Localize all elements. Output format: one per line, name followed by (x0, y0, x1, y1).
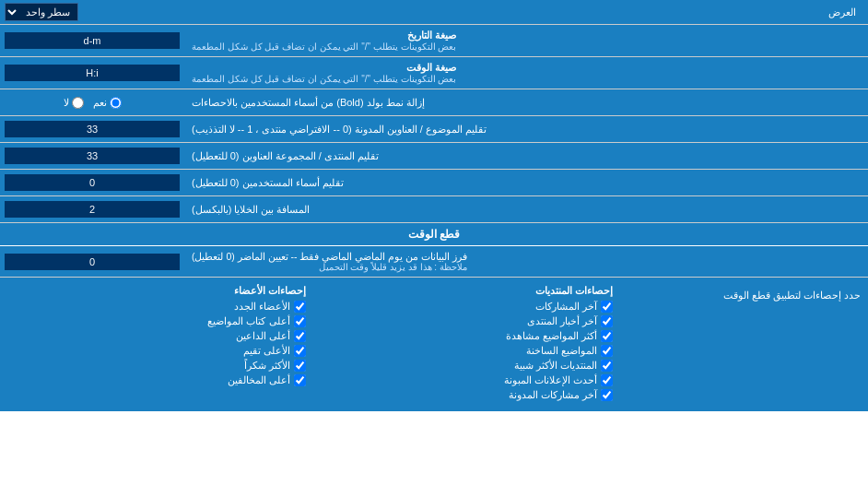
bold-yes-label[interactable]: نعم (93, 97, 122, 109)
date-format-input[interactable] (5, 32, 180, 49)
cell-space-row: المسافة بين الخلايا (بالبكسل) (0, 196, 868, 223)
bold-no-radio[interactable] (72, 97, 84, 109)
display-label: العرض (86, 6, 863, 18)
bold-remove-input-cell: نعم لا (0, 89, 184, 115)
time-format-input-cell (0, 57, 184, 89)
list-item: آخر مشاركات المدونة (315, 389, 614, 401)
bottom-section: حدد إحصاءات لتطبيق قطع الوقت إحصاءات الم… (0, 278, 868, 411)
cell-space-input-cell (0, 196, 184, 222)
stats-apply-label: حدد إحصاءات لتطبيق قطع الوقت (723, 290, 861, 302)
checkbox-member-1[interactable] (294, 301, 306, 313)
checkbox-member-6[interactable] (294, 374, 306, 386)
time-cut-header: قطع الوقت (0, 223, 868, 246)
list-item: أعلى الداعين (7, 330, 306, 342)
checkbox-member-5[interactable] (294, 360, 306, 372)
list-item: الأعلى تقيم (7, 345, 306, 357)
checkbox-member-2[interactable] (294, 315, 306, 327)
bold-radio-group: نعم لا (64, 97, 122, 109)
username-align-input-cell (0, 170, 184, 195)
list-item: الأكثر شكراً (7, 360, 306, 372)
list-item: الأعضاء الجدد (7, 301, 306, 313)
subject-align-row: تقليم الموضوع / العناوين المدونة (0 -- ا… (0, 116, 868, 143)
checkbox-forum-5[interactable] (601, 360, 613, 372)
list-item: أعلى المخالفين (7, 374, 306, 386)
list-item: أحدث الإعلانات المبونة (315, 374, 614, 386)
display-select[interactable]: سطر واحد سطرين ثلاثة أسطر (5, 3, 78, 21)
forum-stats-col: إحصاءات المنتديات آخر المشاركات آخر أخبا… (315, 285, 614, 404)
checkbox-forum-7[interactable] (601, 389, 613, 401)
date-format-label: صيغة التاريخ بعض التكوينات يتطلب "/" الت… (184, 25, 868, 56)
bold-yes-radio[interactable] (110, 97, 122, 109)
username-align-row: تقليم أسماء المستخدمين (0 للتعطيل) (0, 170, 868, 196)
subject-align-label: تقليم الموضوع / العناوين المدونة (0 -- ا… (184, 116, 868, 142)
checkbox-member-3[interactable] (294, 330, 306, 342)
username-align-input[interactable] (5, 174, 180, 191)
checkbox-forum-1[interactable] (601, 301, 613, 313)
list-item: أكثر المواضيع مشاهدة (315, 330, 614, 342)
checkbox-forum-4[interactable] (601, 345, 613, 357)
time-format-label: صيغة الوقت بعض التكوينات يتطلب "/" التي … (184, 57, 868, 89)
forum-stats-title: إحصاءات المنتديات (315, 285, 614, 297)
time-cut-input[interactable] (5, 254, 180, 270)
forum-align-label: تقليم المنتدى / المجموعة العناوين (0 للت… (184, 143, 868, 169)
checkbox-member-4[interactable] (294, 345, 306, 357)
date-format-input-cell (0, 25, 184, 56)
subject-align-input[interactable] (5, 121, 180, 137)
checkbox-forum-2[interactable] (601, 315, 613, 327)
time-format-input[interactable] (5, 65, 180, 81)
list-item: المنتديات الأكثر شبية (315, 360, 614, 372)
list-item: أعلى كتاب المواضيع (7, 315, 306, 327)
checkbox-forum-6[interactable] (601, 374, 613, 386)
time-cut-input-cell (0, 246, 184, 277)
subject-align-input-cell (0, 116, 184, 142)
list-item: المواضيع الساخنة (315, 345, 614, 357)
cell-space-input[interactable] (5, 201, 180, 218)
bold-no-label[interactable]: لا (64, 97, 84, 109)
date-format-row: صيغة التاريخ بعض التكوينات يتطلب "/" الت… (0, 25, 868, 57)
checkbox-forum-3[interactable] (601, 330, 613, 342)
member-stats-title: إحصاءات الأعضاء (7, 285, 306, 297)
time-cut-row: فرز البيانات من يوم الماضي الماضي فقط --… (0, 246, 868, 278)
bold-remove-label: إزالة نمط بولد (Bold) من أسماء المستخدمي… (184, 89, 868, 115)
bold-remove-row: إزالة نمط بولد (Bold) من أسماء المستخدمي… (0, 89, 868, 116)
cell-space-label: المسافة بين الخلايا (بالبكسل) (184, 196, 868, 222)
list-item: آخر أخبار المنتدى (315, 315, 614, 327)
forum-align-input[interactable] (5, 148, 180, 164)
stats-apply-label-col: حدد إحصاءات لتطبيق قطع الوقت (622, 285, 861, 404)
forum-align-input-cell (0, 143, 184, 169)
time-format-row: صيغة الوقت بعض التكوينات يتطلب "/" التي … (0, 57, 868, 89)
username-align-label: تقليم أسماء المستخدمين (0 للتعطيل) (184, 170, 868, 195)
list-item: آخر المشاركات (315, 301, 614, 313)
member-stats-col: إحصاءات الأعضاء الأعضاء الجدد أعلى كتاب … (7, 285, 306, 404)
time-cut-label: فرز البيانات من يوم الماضي الماضي فقط --… (184, 246, 868, 277)
forum-align-row: تقليم المنتدى / المجموعة العناوين (0 للت… (0, 143, 868, 170)
display-row: العرض سطر واحد سطرين ثلاثة أسطر (0, 0, 868, 25)
